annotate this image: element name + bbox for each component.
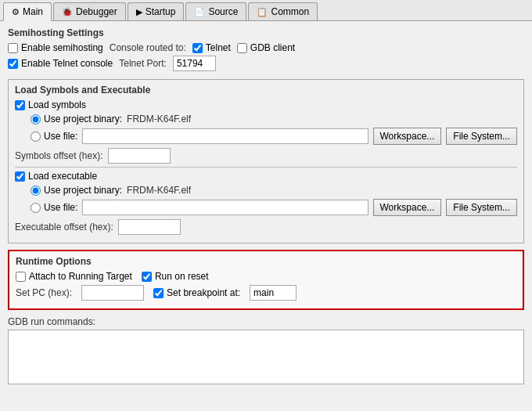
use-file-text2: Use file: [44, 202, 77, 213]
workspace-btn2[interactable]: Workspace... [373, 199, 442, 216]
set-breakpoint-checkbox[interactable] [153, 288, 164, 298]
set-pc-input[interactable] [81, 285, 144, 301]
use-file-radio1-label[interactable]: Use file: [31, 131, 77, 142]
load-symbols-label[interactable]: Load symbols [15, 99, 86, 110]
enable-semihosting-label[interactable]: Enable semihosting [8, 42, 103, 53]
attach-checkbox[interactable] [16, 272, 26, 282]
tab-common[interactable]: 📋 Common [248, 2, 318, 20]
source-icon: 📄 [194, 7, 205, 17]
use-project-binary-radio1-label[interactable]: Use project binary: [31, 114, 122, 124]
tab-source-label: Source [208, 6, 238, 17]
telnet-checkbox[interactable] [192, 43, 203, 53]
use-file-radio1[interactable] [31, 132, 41, 142]
use-project-binary-radio2-label[interactable]: Use project binary: [31, 185, 122, 196]
workspace-btn1[interactable]: Workspace... [373, 128, 442, 145]
run-on-reset-label[interactable]: Run on reset [142, 271, 209, 282]
attach-label[interactable]: Attach to Running Target [16, 271, 132, 282]
exec-offset-input[interactable] [118, 219, 181, 235]
divider1 [15, 167, 517, 168]
tab-debugger-label: Debugger [76, 6, 117, 17]
filesystem-btn2[interactable]: File System... [446, 199, 517, 216]
telnet-option-label[interactable]: Telnet [192, 42, 231, 53]
tab-common-label: Common [271, 6, 309, 17]
load-symbols-section: Load Symbols and Executable Load symbols… [8, 79, 524, 243]
set-breakpoint-text: Set breakpoint at: [167, 287, 240, 298]
tab-debugger[interactable]: 🐞 Debugger [53, 2, 126, 20]
use-project-binary-text1: Use project binary: [44, 114, 122, 124]
set-pc-label: Set PC (hex): [16, 287, 72, 298]
gdb-section: GDB run commands: [8, 316, 524, 387]
use-project-binary-radio1[interactable] [31, 114, 41, 124]
tab-startup-label: Startup [146, 6, 176, 17]
use-project-binary-text2: Use project binary: [44, 185, 122, 196]
telnet-port-input[interactable] [173, 56, 216, 71]
semihosting-row2: Enable Telnet console Telnet Port: [8, 56, 524, 71]
use-project-binary-row1: Use project binary: FRDM-K64F.elf [15, 114, 517, 124]
semihosting-section: Semihosting Settings Enable semihosting … [8, 27, 524, 71]
load-executable-label[interactable]: Load executable [15, 171, 97, 182]
enable-semihosting-checkbox[interactable] [8, 43, 18, 53]
gdb-client-text: GDB client [250, 42, 295, 53]
use-file-input2[interactable] [82, 200, 368, 215]
load-symbols-title: Load Symbols and Executable [15, 85, 517, 96]
symbols-offset-input[interactable] [108, 148, 171, 164]
main-content: Semihosting Settings Enable semihosting … [0, 21, 532, 411]
console-options: Console routed to: Telnet GDB client [110, 42, 295, 53]
load-symbols-checkbox[interactable] [15, 100, 25, 110]
use-file-row1: Use file: Workspace... File System... [15, 128, 517, 145]
console-routed-label: Console routed to: [110, 42, 186, 53]
project-binary-name2: FRDM-K64F.elf [127, 185, 191, 196]
load-symbols-text: Load symbols [28, 99, 86, 110]
enable-telnet-label[interactable]: Enable Telnet console [8, 58, 113, 69]
telnet-port-label: Telnet Port: [119, 58, 167, 69]
load-executable-checkbox[interactable] [15, 171, 25, 182]
use-file-radio2[interactable] [31, 203, 41, 213]
use-file-radio2-label[interactable]: Use file: [31, 202, 77, 213]
run-on-reset-text: Run on reset [155, 271, 209, 282]
enable-telnet-text: Enable Telnet console [21, 58, 113, 69]
gdb-textarea-wrapper [8, 330, 524, 387]
semihosting-title: Semihosting Settings [8, 27, 524, 38]
tab-bar: ⚙ Main 🐞 Debugger ▶ Startup 📄 Source 📋 C… [0, 0, 532, 21]
load-symbols-row: Load symbols [15, 99, 517, 110]
enable-telnet-checkbox[interactable] [8, 59, 18, 69]
set-breakpoint-label[interactable]: Set breakpoint at: [153, 287, 240, 298]
semihosting-row1: Enable semihosting Console routed to: Te… [8, 42, 524, 53]
breakpoint-input[interactable] [250, 285, 297, 301]
use-project-binary-row2: Use project binary: FRDM-K64F.elf [15, 185, 517, 196]
runtime-row2: Set PC (hex): Set breakpoint at: [16, 285, 516, 301]
load-executable-row: Load executable [15, 171, 517, 182]
gdb-textarea[interactable] [8, 330, 524, 384]
gdb-client-label[interactable]: GDB client [237, 42, 295, 53]
exec-offset-row: Executable offset (hex): [15, 219, 517, 235]
gdb-label: GDB run commands: [8, 316, 524, 327]
tab-main[interactable]: ⚙ Main [3, 2, 52, 21]
debugger-icon: 🐞 [62, 7, 73, 17]
tab-startup[interactable]: ▶ Startup [128, 2, 185, 20]
load-executable-text: Load executable [28, 171, 97, 182]
gdb-client-checkbox[interactable] [237, 43, 247, 53]
common-icon: 📋 [257, 7, 268, 17]
symbols-offset-label: Symbols offset (hex): [15, 150, 103, 161]
exec-offset-label: Executable offset (hex): [15, 222, 113, 233]
use-file-row2: Use file: Workspace... File System... [15, 199, 517, 216]
project-binary-name1: FRDM-K64F.elf [127, 114, 191, 124]
telnet-text: Telnet [206, 42, 231, 53]
main-icon: ⚙ [12, 7, 20, 17]
use-project-binary-radio2[interactable] [31, 186, 41, 196]
tab-source[interactable]: 📄 Source [185, 2, 246, 20]
runtime-title: Runtime Options [16, 256, 516, 267]
enable-semihosting-text: Enable semihosting [21, 42, 103, 53]
use-file-text1: Use file: [44, 131, 77, 142]
startup-icon: ▶ [136, 7, 142, 17]
symbols-offset-row: Symbols offset (hex): [15, 148, 517, 164]
filesystem-btn1[interactable]: File System... [446, 128, 517, 145]
runtime-section: Runtime Options Attach to Running Target… [8, 250, 524, 310]
tab-main-label: Main [23, 6, 43, 17]
use-file-input1[interactable] [82, 128, 368, 144]
main-window: ⚙ Main 🐞 Debugger ▶ Startup 📄 Source 📋 C… [0, 0, 532, 411]
run-on-reset-checkbox[interactable] [142, 272, 152, 282]
runtime-row1: Attach to Running Target Run on reset [16, 271, 516, 282]
attach-text: Attach to Running Target [29, 271, 132, 282]
